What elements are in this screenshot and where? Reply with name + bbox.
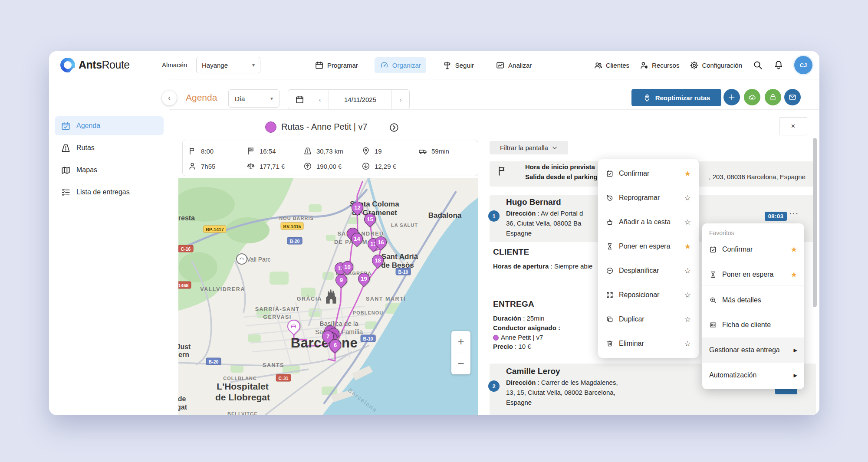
star-outline-icon[interactable]: ☆	[684, 266, 691, 275]
duration-value: : 25min	[521, 315, 544, 322]
menu-item-reposicionar[interactable]: Reposicionar☆	[598, 283, 699, 307]
stat-flag: 8:00	[188, 146, 214, 156]
basket-icon	[606, 218, 614, 226]
address-value: : Carrer de les Magdalenes,	[536, 379, 618, 386]
marker-number: 19	[358, 273, 369, 284]
hourglass-icon	[606, 242, 614, 250]
add-button[interactable]	[723, 89, 740, 105]
submenu-item-más-detalles[interactable]: Más detalles	[702, 288, 804, 313]
person-icon	[188, 162, 197, 170]
menu-item-duplicar[interactable]: Duplicar☆	[598, 307, 699, 331]
marker-number: 14	[352, 233, 362, 244]
prev-day-button[interactable]: ‹	[311, 90, 329, 109]
map-zoom-control: + −	[451, 331, 470, 374]
submenu-item-label: Confirmar	[722, 246, 753, 253]
sidebar-item-rutas[interactable]: Rutas	[55, 138, 164, 157]
sidebar-item-mapas[interactable]: Mapas	[55, 161, 164, 180]
tab-analizar[interactable]: Analizar	[490, 57, 537, 73]
expand-icon	[606, 291, 614, 299]
duration-line: Duración : 25min	[493, 315, 544, 322]
menu-item-desplanificar[interactable]: Desplanificar☆	[598, 259, 699, 283]
submenu-item-automatización[interactable]: Automatización▶	[702, 363, 804, 388]
star-outline-icon[interactable]: ☆	[684, 315, 691, 324]
sidebar-item-label: Agenda	[76, 122, 100, 130]
road-badge: C-16	[178, 245, 193, 252]
star-filled-icon[interactable]: ★	[791, 245, 797, 254]
sidebar-item-agenda[interactable]: Agenda	[55, 116, 164, 135]
menu-item-label: Añadir a la cesta	[619, 218, 671, 226]
submenu-item-ficha-de-cliente[interactable]: Ficha de cliente	[702, 312, 804, 337]
submenu-item-gestionar-esta-entrega[interactable]: Gestionar esta entrega▶	[702, 337, 804, 363]
stat-person: 7h55	[188, 161, 215, 171]
cloud-download-icon	[748, 93, 756, 102]
close-panel-button[interactable]: ×	[779, 117, 807, 135]
calendar-button[interactable]	[288, 90, 311, 109]
id-card-icon	[709, 321, 717, 329]
road-badge: B-10	[396, 268, 411, 275]
minus-circle-icon	[606, 267, 614, 275]
scrollbar-thumb[interactable]	[813, 138, 817, 307]
warehouse-select[interactable]: Hayange ▾	[196, 57, 260, 73]
zoom-in-button[interactable]: +	[451, 331, 470, 353]
stat-van: 59min	[418, 146, 449, 156]
nav-link-label: Recursos	[652, 62, 679, 69]
open-route-icon[interactable]	[389, 122, 399, 133]
flag-icon	[188, 147, 197, 155]
collapse-sidebar-button[interactable]: ‹	[162, 91, 177, 105]
road-badge: B-20	[206, 358, 221, 365]
marker-number: 10	[342, 262, 353, 272]
next-day-button[interactable]: ›	[392, 90, 409, 109]
menu-item-label: Duplicar	[619, 315, 644, 323]
menu-item-poner-en-espera[interactable]: Poner en espera★	[598, 234, 699, 259]
marker-number: 16	[375, 237, 386, 248]
star-outline-icon[interactable]: ☆	[684, 339, 691, 348]
menu-item-añadir-a-la-cesta[interactable]: Añadir a la cesta☆	[598, 210, 699, 234]
view-select[interactable]: Día ▾	[228, 89, 279, 108]
marker-number: 15	[365, 214, 375, 225]
menu-item-eliminar[interactable]: Eliminar☆	[598, 331, 699, 356]
nav-link-recursos[interactable]: Recursos	[640, 61, 679, 70]
avatar[interactable]: CJ	[794, 56, 812, 74]
map-label: SARRIÀ-SANT	[255, 306, 300, 312]
opening-hours-line: Horas de apertura : Siempre abie	[493, 262, 592, 270]
marker-number: 18	[372, 255, 383, 266]
reoptimize-routes-button[interactable]: Reoptimizar rutas	[631, 89, 721, 106]
map-icon	[61, 165, 71, 175]
map-label: LA SALUT	[391, 223, 418, 228]
road-badge: C-31	[276, 374, 291, 382]
star-filled-icon[interactable]: ★	[684, 169, 691, 178]
star-outline-icon[interactable]: ☆	[684, 218, 691, 227]
menu-item-confirmar[interactable]: Confirmar★	[598, 161, 699, 186]
address-label: Dirección	[506, 210, 536, 217]
tab-programar[interactable]: Programar	[309, 57, 363, 73]
route-title: Rutas - Anne Petit | v7	[281, 122, 368, 132]
menu-item-label: Confirmar	[619, 170, 649, 177]
tab-organizar[interactable]: Organizar	[375, 57, 426, 73]
stat-value: 177,71 €	[260, 163, 285, 170]
star-filled-icon[interactable]: ★	[791, 270, 797, 279]
submenu-item-poner-en-espera[interactable]: Poner en espera★	[702, 262, 804, 287]
map[interactable]: ◠ + − orestaVall ParcVALLVIDRERANOU BARR…	[178, 178, 478, 415]
departure-line1: Hora de inicio prevista	[525, 163, 595, 170]
filter-screen-button[interactable]: Filtrar la pantalla	[490, 141, 568, 154]
star-outline-icon[interactable]: ☆	[684, 193, 691, 203]
top-navbar: AntsRoute Almacén Hayange ▾ ProgramarOrg…	[49, 51, 819, 79]
star-filled-icon[interactable]: ★	[684, 242, 691, 251]
nav-link-clientes[interactable]: Clientes	[594, 61, 629, 70]
bell-icon[interactable]	[773, 60, 784, 70]
scales-icon	[247, 162, 255, 170]
mail-button[interactable]	[784, 89, 801, 105]
submenu-item-confirmar[interactable]: Confirmar★	[702, 237, 804, 262]
zoom-out-button[interactable]: −	[451, 353, 470, 375]
star-outline-icon[interactable]: ☆	[684, 291, 691, 300]
export-button[interactable]	[744, 89, 760, 105]
menu-item-reprogramar[interactable]: Reprogramar☆	[598, 186, 699, 210]
people-icon	[594, 61, 603, 70]
more-options-button[interactable]: ···	[789, 210, 799, 218]
sidebar-item-lista-de-entregas[interactable]: Lista de entregas	[55, 183, 164, 202]
search-icon[interactable]	[753, 60, 763, 70]
nav-link-configuración[interactable]: Configuración	[690, 61, 742, 70]
map-label: Just	[178, 343, 191, 351]
lock-button[interactable]	[765, 89, 781, 105]
tab-seguir[interactable]: Seguir	[437, 57, 479, 73]
